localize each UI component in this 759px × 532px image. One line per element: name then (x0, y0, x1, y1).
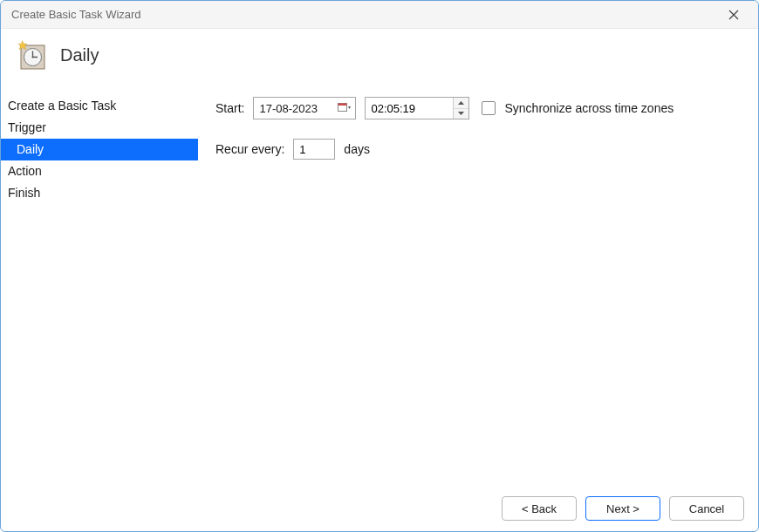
sidebar-item-trigger[interactable]: Trigger (1, 117, 198, 139)
recur-row: Recur every: days (215, 139, 744, 160)
time-value: 02:05:19 (366, 102, 453, 115)
svg-marker-10 (348, 106, 351, 109)
wizard-header: Daily (1, 29, 758, 92)
sidebar-item-daily[interactable]: Daily (1, 139, 198, 160)
sidebar-item-finish[interactable]: Finish (1, 182, 198, 204)
svg-marker-12 (458, 112, 464, 115)
svg-marker-11 (458, 101, 464, 105)
time-picker[interactable]: 02:05:19 (365, 97, 469, 119)
wizard-sidebar: Create a Basic Task Trigger Daily Action… (1, 92, 198, 484)
time-spinner (453, 98, 468, 119)
sidebar-item-create[interactable]: Create a Basic Task (1, 95, 198, 117)
sidebar-item-action[interactable]: Action (1, 160, 198, 182)
recur-label: Recur every: (215, 142, 284, 156)
calendar-dropdown-icon[interactable] (338, 101, 352, 115)
sync-label: Synchronize across time zones (504, 101, 674, 115)
chevron-up-icon (458, 101, 464, 105)
svg-marker-7 (18, 41, 27, 50)
recur-unit: days (344, 142, 370, 156)
wizard-footer: < Back Next > Cancel (1, 486, 758, 531)
start-label: Start: (215, 101, 244, 115)
clock-wizard-icon (17, 39, 48, 71)
page-title: Daily (60, 45, 99, 65)
back-button[interactable]: < Back (502, 496, 577, 521)
chevron-down-icon (458, 112, 464, 115)
spinner-down-button[interactable] (454, 109, 468, 119)
titlebar: Create Basic Task Wizard (1, 1, 758, 29)
date-picker[interactable]: 17-08-2023 (253, 97, 356, 119)
sync-checkbox[interactable] (482, 101, 496, 115)
close-icon (728, 10, 739, 20)
cancel-button[interactable]: Cancel (669, 496, 744, 521)
window-title: Create Basic Task Wizard (11, 8, 141, 21)
wizard-body: Create a Basic Task Trigger Daily Action… (1, 92, 758, 484)
next-button[interactable]: Next > (585, 496, 660, 521)
svg-rect-9 (338, 104, 347, 106)
date-value: 17-08-2023 (259, 102, 318, 115)
close-button[interactable] (718, 3, 749, 27)
spinner-up-button[interactable] (454, 98, 468, 109)
wizard-content: Start: 17-08-2023 02:05:19 (198, 92, 758, 484)
start-row: Start: 17-08-2023 02:05:19 (215, 97, 744, 119)
svg-point-6 (32, 57, 34, 58)
recur-input[interactable] (293, 139, 335, 160)
